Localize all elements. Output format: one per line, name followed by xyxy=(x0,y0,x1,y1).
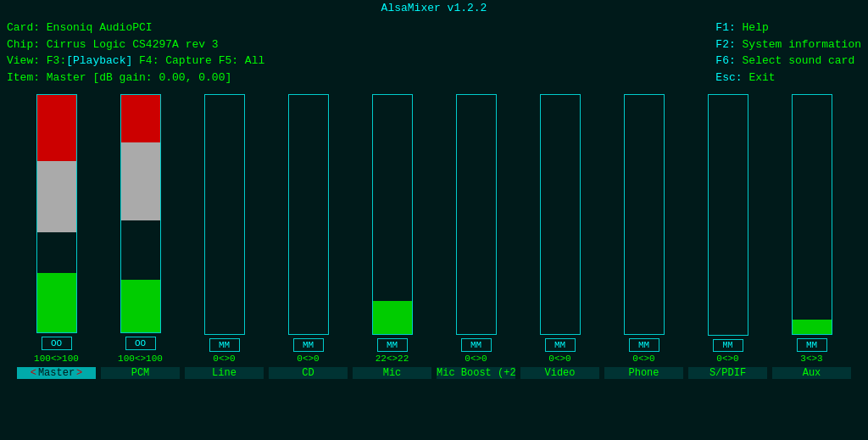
card-info: Card: Ensoniq AudioPCI xyxy=(7,19,264,36)
mic-fader[interactable] xyxy=(372,94,413,335)
channel-labels-row: < Master > PCM Line CD Mic Mic Boost (+2… xyxy=(0,365,868,381)
phone-value: 0<>0 xyxy=(604,354,683,364)
master-mute[interactable]: OO xyxy=(42,337,72,350)
channel-spdif: MM xyxy=(688,94,767,352)
line-label[interactable]: Line xyxy=(185,367,264,379)
view-info: View: F3:[Playback] F4: Capture F5: All xyxy=(7,53,264,70)
channel-cd: MM xyxy=(269,94,348,352)
channel-video: MM xyxy=(520,94,599,352)
phone-fader[interactable] xyxy=(624,94,665,335)
pcm-mute[interactable]: OO xyxy=(125,337,156,350)
chip-info: Chip: Cirrus Logic CS4297A rev 3 xyxy=(7,36,264,53)
cd-label[interactable]: CD xyxy=(269,367,348,379)
video-mute[interactable]: MM xyxy=(545,338,576,352)
title-bar: AlsaMixer v1.2.2 xyxy=(0,0,868,16)
pcm-label[interactable]: PCM xyxy=(101,367,180,379)
help-f2: F2: System information xyxy=(715,36,861,53)
channel-aux: MM xyxy=(772,94,851,352)
phone-mute[interactable]: MM xyxy=(629,338,659,352)
spdif-mute[interactable]: MM xyxy=(713,339,743,352)
line-fader[interactable] xyxy=(204,94,245,335)
channel-line: MM xyxy=(185,94,264,352)
info-left: Card: Ensoniq AudioPCI Chip: Cirrus Logi… xyxy=(7,19,264,86)
spdif-value: 0<>0 xyxy=(688,354,767,364)
help-f6: F6: Select sound card xyxy=(715,53,861,70)
mixer-area: OO OO MM MM MM MM MM MM xyxy=(0,89,868,352)
master-value: 100<>100 xyxy=(17,354,96,364)
aux-value: 3<>3 xyxy=(772,354,851,364)
line-value: 0<>0 xyxy=(185,354,264,364)
channel-pcm: OO xyxy=(101,94,180,352)
mic-boost-value: 0<>0 xyxy=(437,354,515,364)
info-right: F1: Help F2: System information F6: Sele… xyxy=(715,19,861,86)
line-mute[interactable]: MM xyxy=(209,338,240,352)
channel-values-row: 100<>100 100<>100 0<>0 0<>0 22<>22 0<>0 … xyxy=(0,352,868,365)
mic-mute[interactable]: MM xyxy=(377,338,408,352)
master-left-arrow: < xyxy=(31,367,36,379)
item-info: Item: Master [dB gain: 0.00, 0.00] xyxy=(7,70,264,86)
mic-boost-mute[interactable]: MM xyxy=(461,338,492,352)
video-fader[interactable] xyxy=(540,94,581,335)
spdif-fader[interactable] xyxy=(708,94,748,336)
mic-boost-label[interactable]: Mic Boost (+2 xyxy=(437,367,515,379)
cd-value: 0<>0 xyxy=(269,354,348,364)
aux-mute[interactable]: MM xyxy=(797,338,827,352)
channel-master: OO xyxy=(17,94,96,352)
spdif-label[interactable]: S/PDIF xyxy=(688,367,767,379)
cd-fader[interactable] xyxy=(288,94,329,335)
app-title: AlsaMixer v1.2.2 xyxy=(381,2,487,14)
aux-label[interactable]: Aux xyxy=(772,367,851,379)
help-esc: Esc: Exit xyxy=(715,70,861,86)
cd-mute[interactable]: MM xyxy=(293,338,324,352)
video-label[interactable]: Video xyxy=(520,367,599,379)
mic-value: 22<>22 xyxy=(353,354,431,364)
pcm-fader[interactable] xyxy=(120,94,161,333)
info-panel: Card: Ensoniq AudioPCI Chip: Cirrus Logi… xyxy=(0,16,868,89)
master-right-arrow: > xyxy=(76,367,82,379)
phone-label[interactable]: Phone xyxy=(604,367,683,379)
aux-fader[interactable] xyxy=(792,94,832,335)
video-value: 0<>0 xyxy=(520,354,599,364)
master-fader[interactable] xyxy=(36,94,77,333)
mic-label[interactable]: Mic xyxy=(353,367,431,379)
master-label-text: Master xyxy=(38,367,75,379)
pcm-value: 100<>100 xyxy=(101,354,180,364)
master-label[interactable]: < Master > xyxy=(17,367,96,379)
help-f1: F1: Help xyxy=(715,19,861,36)
mic-boost-fader[interactable] xyxy=(456,94,497,335)
channel-phone: MM xyxy=(604,94,683,352)
channel-mic: MM xyxy=(353,94,431,352)
channel-mic-boost: MM xyxy=(437,94,515,352)
